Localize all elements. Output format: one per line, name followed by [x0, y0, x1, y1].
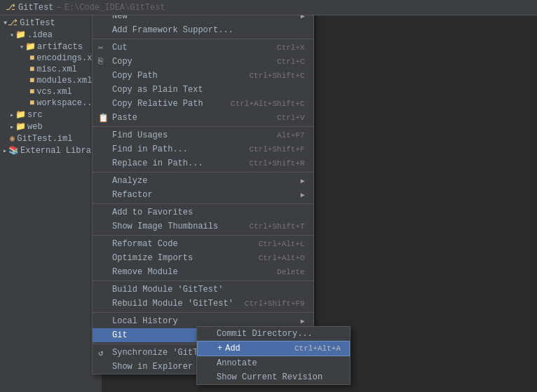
commit-dir-label: Commit Directory... — [217, 329, 313, 339]
git-menu-show-current[interactable]: Show Current Revision — [197, 370, 350, 384]
menu-item-add-framework[interactable]: Add Framework Support... — [93, 23, 313, 37]
tree-item-idea[interactable]: ▾ 📁 .idea — [0, 29, 102, 41]
separator-6 — [93, 281, 313, 281]
tree-root-item[interactable]: ▾ ⎇ GitTest — [0, 17, 102, 29]
tree-item-label: misc.xml — [36, 65, 77, 74]
add-favorites-label: Add to Favorites — [112, 208, 193, 217]
git-menu-add[interactable]: + Add Ctrl+Alt+A — [197, 341, 350, 356]
tree-item-src[interactable]: ▸ 📁 src — [0, 109, 102, 121]
refactor-label: Refactor — [112, 190, 153, 200]
tree-item-label: GitTest.iml — [17, 134, 72, 144]
add-framework-label: Add Framework Support... — [112, 25, 233, 35]
add-shortcut: Ctrl+Alt+A — [283, 344, 341, 353]
tree-item-workspace[interactable]: ■ workspace... — [0, 97, 102, 109]
expand-arrow: ▾ — [3, 18, 8, 28]
menu-item-copy[interactable]: ⎘ Copy Ctrl+C — [93, 55, 313, 69]
menu-item-reformat[interactable]: Reformat Code Ctrl+Alt+L — [93, 237, 313, 251]
tree-item-external-libs[interactable]: ▸ 📚 External Libraries — [0, 144, 102, 156]
expand-arrow: ▾ — [10, 31, 14, 39]
paste-icon: 📋 — [98, 113, 109, 123]
find-in-path-label: Find in Path... — [112, 144, 188, 154]
tree-item-web[interactable]: ▸ 📁 web — [0, 121, 102, 133]
folder-icon: 📁 — [15, 109, 26, 120]
file-tree: ▾ ⎇ GitTest ▾ 📁 .idea ▾ 📁 artifacts ■ en… — [0, 15, 102, 392]
menu-item-build-module[interactable]: Build Module 'GitTest' — [93, 283, 313, 297]
add-label: Add — [225, 344, 240, 353]
xml-file-icon: ■ — [29, 76, 34, 86]
copy-plain-label: Copy as Plain Text — [112, 85, 203, 95]
git-submenu: Commit Directory... + Add Ctrl+Alt+A Ann… — [196, 326, 351, 385]
local-history-arrow: ▶ — [301, 317, 305, 325]
tree-item-misc[interactable]: ■ misc.xml — [0, 64, 102, 75]
tree-item-encodings[interactable]: ■ encodings.xml — [0, 53, 102, 64]
copy-label: Copy — [112, 57, 132, 67]
menu-item-analyze[interactable]: Analyze ▶ — [93, 174, 313, 188]
git-menu-commit-dir[interactable]: Commit Directory... — [197, 327, 350, 341]
separator-3 — [93, 172, 313, 173]
xml-file-icon: ■ — [29, 98, 34, 108]
menu-item-remove-module[interactable]: Remove Module Delete — [93, 265, 313, 279]
tree-item-label: artifacts — [37, 42, 83, 52]
tree-item-vcs[interactable]: ■ vcs.xml — [0, 86, 102, 97]
menu-item-copy-path[interactable]: Copy Path Ctrl+Shift+C — [93, 69, 313, 83]
tree-item-label: External Libraries — [20, 146, 102, 156]
tree-item-label: src — [27, 110, 43, 120]
tree-item-label: workspace... — [36, 98, 97, 108]
menu-item-find-usages[interactable]: Find Usages Alt+F7 — [93, 128, 313, 142]
annotate-label: Annotate — [217, 358, 257, 368]
menu-item-find-in-path[interactable]: Find in Path... Ctrl+Shift+F — [93, 142, 313, 156]
copy-path-label: Copy Path — [112, 71, 158, 81]
copy-path-shortcut: Ctrl+Shift+C — [238, 72, 304, 80]
git-label: Git — [112, 330, 128, 340]
copy-relative-label: Copy Relative Path — [112, 99, 203, 109]
copy-shortcut: Ctrl+C — [266, 58, 305, 66]
replace-in-path-label: Replace in Path... — [112, 158, 203, 168]
root-label: GitTest — [20, 18, 55, 28]
tree-item-artifacts[interactable]: ▾ 📁 artifacts — [0, 41, 102, 53]
menu-item-paste[interactable]: 📋 Paste Ctrl+V — [93, 111, 313, 125]
menu-item-copy-plain[interactable]: Copy as Plain Text — [93, 83, 313, 97]
rebuild-module-label: Rebuild Module 'GitTest' — [112, 299, 233, 309]
menu-item-copy-relative[interactable]: Copy Relative Path Ctrl+Alt+Shift+C — [93, 97, 313, 111]
cut-label: Cut — [112, 43, 128, 53]
remove-module-shortcut: Delete — [266, 268, 305, 276]
expand-arrow: ▸ — [10, 111, 14, 119]
folder-icon: 📁 — [25, 41, 36, 52]
folder-icon: 📁 — [15, 29, 26, 40]
menu-item-show-image[interactable]: Show Image Thumbnails Ctrl+Shift+T — [93, 219, 313, 234]
separator-7 — [93, 312, 313, 313]
xml-file-icon: ■ — [29, 65, 34, 74]
expand-arrow: ▾ — [20, 43, 24, 51]
local-history-label: Local History — [112, 316, 178, 326]
build-module-label: Build Module 'GitTest' — [112, 285, 223, 295]
menu-item-optimize-imports[interactable]: Optimize Imports Ctrl+Alt+O — [93, 251, 313, 265]
cut-icon: ✂ — [98, 43, 103, 53]
show-explorer-label: Show in Explorer — [112, 362, 193, 372]
folder-icon: 📁 — [15, 121, 26, 132]
menu-item-refactor[interactable]: Refactor ▶ — [93, 188, 313, 202]
git-branch-icon: ⎇ — [8, 18, 18, 28]
cut-shortcut: Ctrl+X — [266, 43, 305, 52]
context-menu: New ▶ Add Framework Support... ✂ Cut Ctr… — [92, 8, 314, 374]
menu-item-rebuild-module[interactable]: Rebuild Module 'GitTest' Ctrl+Shift+F9 — [93, 297, 313, 311]
tree-item-modules[interactable]: ■ modules.xml — [0, 75, 102, 86]
tree-item-gitTest-iml[interactable]: ◉ GitTest.iml — [0, 133, 102, 144]
menu-item-add-to-favorites[interactable]: Add to Favorites — [93, 205, 313, 219]
tree-item-label: vcs.xml — [36, 87, 72, 97]
separator-4 — [93, 203, 313, 204]
find-in-path-shortcut: Ctrl+Shift+F — [238, 145, 304, 154]
git-icon: ⎇ — [6, 2, 15, 13]
tree-item-label: .idea — [27, 30, 53, 40]
find-usages-shortcut: Alt+F7 — [266, 131, 305, 140]
find-usages-label: Find Usages — [112, 130, 168, 140]
analyze-arrow: ▶ — [301, 177, 305, 185]
menu-item-cut[interactable]: ✂ Cut Ctrl+X — [93, 41, 313, 55]
reformat-shortcut: Ctrl+Alt+L — [247, 240, 305, 248]
sync-icon: ↺ — [98, 348, 103, 358]
expand-arrow: ▸ — [3, 147, 7, 155]
tree-item-label: web — [27, 122, 43, 132]
menu-item-replace-in-path[interactable]: Replace in Path... Ctrl+Shift+R — [93, 156, 313, 170]
add-icon: + — [217, 344, 222, 353]
separator-1 — [93, 39, 313, 39]
git-menu-annotate[interactable]: Annotate — [197, 356, 350, 370]
